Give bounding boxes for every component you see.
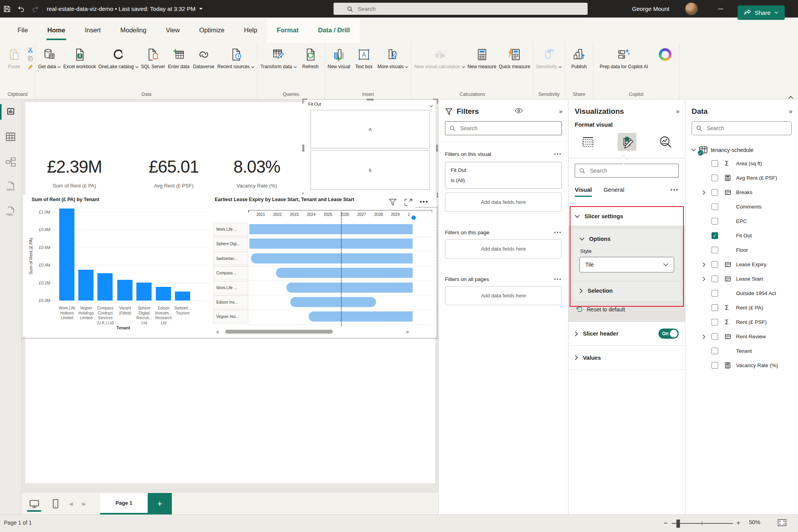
ribbon-button-copilot[interactable] xyxy=(653,44,678,64)
filter-icon[interactable] xyxy=(388,198,397,206)
gantt-bar-vegner-hol[interactable] xyxy=(309,311,413,322)
ribbon-button-paste[interactable]: Paste xyxy=(2,44,26,70)
save-icon[interactable] xyxy=(0,0,14,18)
field-lease-expiry[interactable]: Lease Expiry xyxy=(685,257,798,272)
menu-item-home[interactable]: Home xyxy=(38,18,75,43)
sidebar-tmdl-view[interactable]: TMDL xyxy=(0,199,21,224)
ribbon-button-prep-data-for-copilot-ai[interactable]: Prep data for Copilot AI xyxy=(595,44,653,70)
format-painter-icon[interactable] xyxy=(27,64,34,70)
field-checkbox[interactable] xyxy=(711,175,718,181)
scroll-left-icon[interactable]: ◀ xyxy=(215,329,219,334)
kpi-card-sum-of-rent-pa[interactable]: £2.39MSum of Rent (£ PA) xyxy=(37,157,111,189)
field-checkbox[interactable] xyxy=(711,362,718,369)
add-data-fields-dropzone[interactable]: Add data fields here xyxy=(445,239,562,258)
field-checkbox[interactable] xyxy=(711,348,718,354)
more-options-icon[interactable]: ••• xyxy=(554,276,562,282)
scroll-right-icon[interactable]: ▶ xyxy=(406,329,410,334)
horizontal-scrollbar[interactable] xyxy=(225,330,333,334)
menu-item-data-drill[interactable]: Data / Drill xyxy=(308,18,360,43)
menu-item-modeling[interactable]: Modeling xyxy=(111,18,156,43)
sidebar-report-view[interactable] xyxy=(0,99,21,124)
slicer-tile-a[interactable]: A xyxy=(311,110,430,148)
ribbon-button-new-visual[interactable]: New visual xyxy=(327,44,351,70)
bar-sphere-digital-recruit-ltd[interactable] xyxy=(136,283,152,301)
format-visual-icon[interactable] xyxy=(618,133,636,151)
redo-icon[interactable] xyxy=(28,0,42,18)
slicer-tile-b[interactable]: B xyxy=(311,150,430,190)
gantt-bar-sphere-digi[interactable] xyxy=(249,239,413,249)
menu-item-help[interactable]: Help xyxy=(234,18,267,43)
selection-handle[interactable] xyxy=(302,99,307,104)
eye-icon[interactable] xyxy=(515,108,523,115)
slicer-header-toggle[interactable]: On xyxy=(659,329,679,339)
table-tenancy-schedule[interactable]: ✓ tenancy-schedule xyxy=(685,144,798,156)
slicer-header-section[interactable]: Slicer header On xyxy=(568,322,685,346)
field-checkbox[interactable] xyxy=(711,189,718,196)
build-visual-icon[interactable] xyxy=(579,133,597,151)
field-vacancy-rate[interactable]: Vacancy Rate (%) xyxy=(685,358,798,373)
tab-general[interactable]: General xyxy=(604,186,624,197)
next-page-icon[interactable]: ▶ xyxy=(78,493,91,514)
ribbon-button-recent-sources[interactable]: Recent sources xyxy=(216,44,256,70)
field-checkbox[interactable] xyxy=(711,319,718,325)
desktop-view-icon[interactable] xyxy=(25,493,43,514)
gantt-bar-switzerlan[interactable] xyxy=(251,253,413,263)
ribbon-button-new-measure[interactable]: New measure xyxy=(466,44,498,70)
add-page-button[interactable]: + xyxy=(148,493,172,514)
minimize-button[interactable] xyxy=(712,0,729,18)
menu-item-view[interactable]: View xyxy=(156,18,189,43)
page-tab-page-1[interactable]: Page 1 xyxy=(100,493,148,514)
gantt-chart-visual[interactable]: Earliest Lease Expiry by Lease Start, Te… xyxy=(212,194,436,336)
ribbon-button-get-data[interactable]: Get data xyxy=(37,44,62,70)
kpi-card-avg-rent-psf[interactable]: £65.01Avg Rent (£ PSF) xyxy=(137,157,211,189)
ribbon-button-publish[interactable]: Publish xyxy=(567,44,591,70)
copy-icon[interactable] xyxy=(27,55,34,62)
ribbon-button-text-box[interactable]: AText box xyxy=(351,44,376,70)
data-search-input[interactable] xyxy=(706,125,787,132)
selection-handle[interactable] xyxy=(367,99,374,101)
field-checkbox[interactable] xyxy=(711,218,718,224)
global-search[interactable] xyxy=(334,3,588,15)
ribbon-button-onelake-catalog[interactable]: OneLake catalog xyxy=(97,44,139,70)
options-section[interactable]: Options xyxy=(572,231,681,247)
collapse-pane-icon[interactable]: » xyxy=(559,108,562,115)
share-button[interactable]: Share xyxy=(738,5,785,20)
field-avg-rent-psf[interactable]: Avg Rent (£ PSF) xyxy=(685,171,798,185)
cut-icon[interactable] xyxy=(27,47,34,53)
style-dropdown[interactable]: Tile xyxy=(579,257,674,272)
ribbon-button-enter-data[interactable]: Enter data xyxy=(166,44,191,70)
field-checkbox[interactable] xyxy=(711,160,718,167)
bar-compass-contract-services-u-k-ltd[interactable] xyxy=(97,273,113,300)
field-checkbox[interactable] xyxy=(711,203,718,210)
format-search[interactable] xyxy=(575,164,679,178)
sidebar-table-view[interactable] xyxy=(0,124,21,149)
gantt-bar-work-life[interactable] xyxy=(286,283,413,293)
zoom-slider-handle[interactable] xyxy=(676,520,680,528)
field-floor[interactable]: Floor xyxy=(685,243,798,257)
ribbon-button-transform-data[interactable]: Transform data xyxy=(259,44,298,70)
gantt-bar-work-life[interactable] xyxy=(249,224,413,234)
field-checkbox[interactable] xyxy=(711,247,718,253)
menu-item-file[interactable]: File xyxy=(8,18,38,43)
prev-page-icon[interactable]: ◀ xyxy=(64,493,78,514)
field-checkbox[interactable]: ✓ xyxy=(711,232,718,239)
ribbon-button-refresh[interactable]: Refresh xyxy=(298,44,323,70)
sidebar-model-view[interactable] xyxy=(0,149,21,174)
mobile-view-icon[interactable] xyxy=(47,493,64,514)
filter-card-fit-out[interactable]: Fit Outis (All) xyxy=(445,162,562,189)
ribbon-button-sensitivity[interactable]: Sensitivity xyxy=(535,44,563,70)
field-tenant[interactable]: Tenant xyxy=(685,344,798,358)
field-lease-start[interactable]: Lease Start xyxy=(685,272,798,286)
bar-chart-visual[interactable]: Sum of Rent (£ PA) by Tenant£0.0M£0.2M£0… xyxy=(23,194,212,336)
format-search-input[interactable] xyxy=(589,167,674,174)
selection-handle[interactable] xyxy=(436,145,438,152)
bar-vegner-holdings-limited[interactable] xyxy=(78,270,94,300)
report-canvas[interactable]: £2.39MSum of Rent (£ PA)£65.01Avg Rent (… xyxy=(21,99,438,493)
collapse-pane-icon[interactable]: » xyxy=(789,108,792,115)
field-checkbox[interactable] xyxy=(711,304,718,311)
filters-search[interactable] xyxy=(445,121,562,135)
fit-to-page-icon[interactable] xyxy=(778,519,786,527)
zoom-out-button[interactable]: − xyxy=(664,519,668,527)
field-comments[interactable]: Comments xyxy=(685,200,798,214)
global-search-input[interactable] xyxy=(357,5,560,12)
